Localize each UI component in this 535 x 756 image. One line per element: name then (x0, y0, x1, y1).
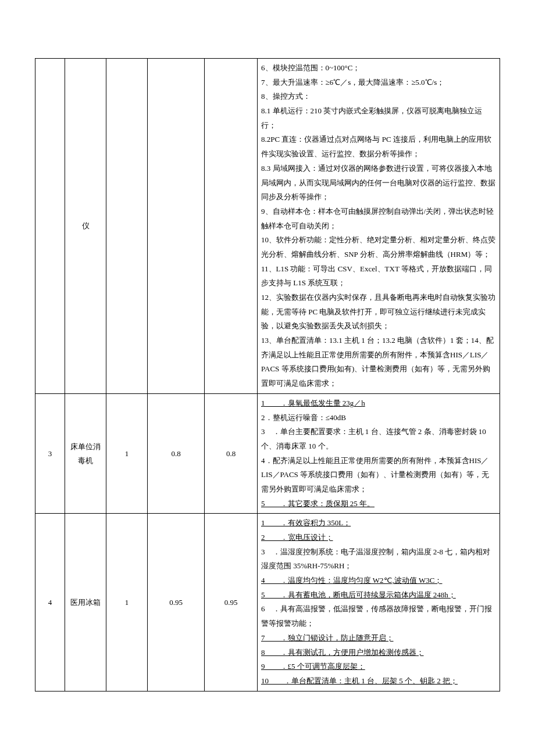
spec-item: 4 ．温度均匀性：温度均匀度 W2℃,波动值 W3C； (261, 574, 496, 588)
cell-spec: 6、模块控温范围：0~100°C； 7、最大升温速率：≥6℃／s，最大降温速率：… (258, 59, 500, 394)
spec-item: 3 ．单台主要配置要求：主机 1 台、连接气管 2 条、消毒密封袋 10个、消毒… (261, 425, 496, 453)
spec-item: 8、操控方式： (261, 89, 496, 104)
spec-item: 8 ．具有测试孔，方便用户增加检测传感器； (261, 646, 496, 660)
spec-item: 13、单台配置清单：13.1 主机 1 台；13.2 电脑（含软件）1 套；14… (261, 334, 496, 391)
spec-item: 1 ．有效容积力 350L； (261, 516, 496, 531)
cell-price: 0.8 (148, 393, 205, 514)
spec-item: 11、L1S 功能：可导出 CSV、Excel、TXT 等格式，开放数据端口，同… (261, 262, 496, 291)
table-row: 3 床单位消毒机 1 0.8 0.8 1 ．臭氧最低发生量 23g／h 2．整机… (35, 393, 500, 514)
spec-item: 4．配齐满足以上性能且正常使用所需要的所有附件，本预算含HIS／LIS／PACS… (261, 454, 496, 497)
cell-total: 0.8 (205, 393, 258, 514)
spec-item: 6 ．具有高温报警，低温报警，传感器故障报警，断电报警，开门报警等报警功能； (261, 602, 496, 630)
spec-item: 5 ．其它要求：质保期 25 年。 (261, 497, 496, 511)
cell-id: 4 (35, 514, 65, 691)
table-row: 仪 6、模块控温范围：0~100°C； 7、最大升温速率：≥6℃／s，最大降温速… (35, 59, 500, 394)
cell-qty (106, 59, 148, 394)
cell-name: 床单位消毒机 (65, 393, 106, 514)
cell-spec: 1 ．有效容积力 350L； 2 ．宽电压设计； 3 ．温湿度控制系统：电子温湿… (258, 514, 500, 691)
cell-id (35, 59, 65, 394)
cell-price: 0.95 (148, 514, 205, 691)
spec-table: 仪 6、模块控温范围：0~100°C； 7、最大升温速率：≥6℃／s，最大降温速… (35, 58, 500, 691)
spec-item: 8.2PC 直连：仪器通过点对点网络与 PC 连接后，利用电脑上的应用软件实现实… (261, 132, 496, 161)
spec-item: 8.1 单机运行：210 英寸内嵌式全彩触摸屏，仪器可脱离电脑独立运行； (261, 104, 496, 132)
cell-spec: 1 ．臭氧最低发生量 23g／h 2．整机运行噪音：≤40dB 3 ．单台主要配… (258, 393, 500, 514)
spec-item: 1 ．臭氧最低发生量 23g／h (261, 396, 496, 411)
spec-item: 12、实验数据在仪器内实时保存，且具备断电再来电时自动恢复实验功能，无需等待 P… (261, 291, 496, 334)
spec-item: 3 ．温湿度控制系统：电子温湿度控制，箱内温度 2-8 七，箱内相对湿度范围 3… (261, 545, 496, 574)
cell-price (148, 59, 205, 394)
spec-item: 10 ．单台配置清单：主机 1 台、层架 5 个、钥匙 2 把； (261, 674, 496, 689)
spec-item: 7 ．独立门锁设计，防止随意开启； (261, 631, 496, 646)
spec-item: 9、自动样本仓：样本仓可由触摸屏控制自动弹出/关闭，弹出状态时轻触样本仓可自动关… (261, 205, 496, 233)
table-row: 4 医用冰箱 1 0.95 0.95 1 ．有效容积力 350L； 2 ．宽电压… (35, 514, 500, 691)
cell-qty: 1 (106, 514, 148, 691)
cell-id: 3 (35, 393, 65, 514)
cell-name: 仪 (65, 59, 106, 394)
spec-item: 5 ．具有蓄电池，断电后可持续显示箱体内温度 248h； (261, 588, 496, 603)
spec-item: 10、软件分析功能：定性分析、绝对定量分析、相对定量分析、终点荧光分析、熔解曲线… (261, 233, 496, 261)
spec-item: 9 ．£5 个可调节高度层架； (261, 660, 496, 674)
spec-item: 2．整机运行噪音：≤40dB (261, 411, 496, 425)
cell-total (205, 59, 258, 394)
spec-item: 6、模块控温范围：0~100°C； (261, 61, 496, 76)
cell-qty: 1 (106, 393, 148, 514)
spec-item: 2 ．宽电压设计； (261, 531, 496, 545)
spec-item: 8.3 局域网接入：通过对仪器的网络参数进行设置，可将仪器接入本地局域网内，从而… (261, 162, 496, 205)
cell-name: 医用冰箱 (65, 514, 106, 691)
spec-item: 7、最大升温速率：≥6℃／s，最大降温速率：≥5.0℃/s； (261, 76, 496, 90)
cell-total: 0.95 (205, 514, 258, 691)
